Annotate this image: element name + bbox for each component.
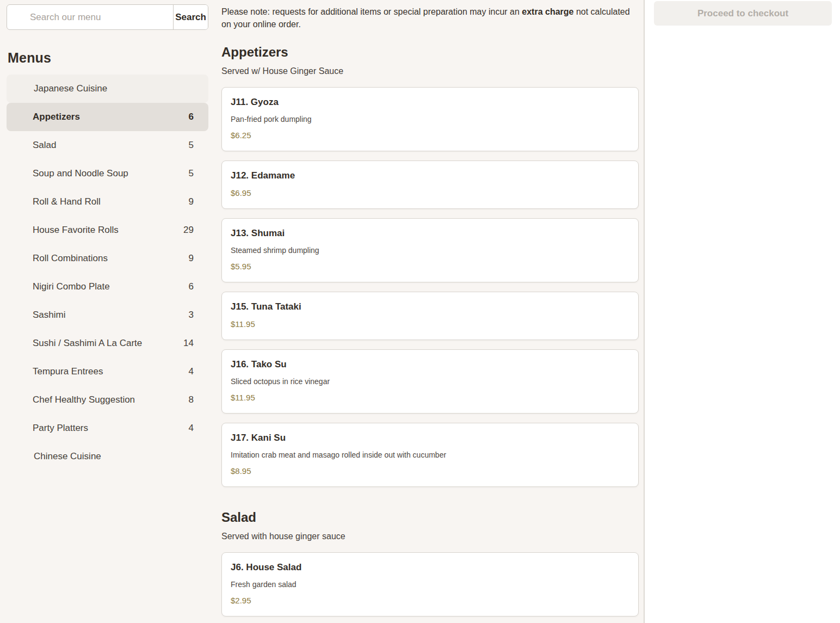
sidebar-item-salad[interactable]: Salad 5 xyxy=(7,131,208,159)
sidebar-item-label: House Favorite Rolls xyxy=(33,225,119,236)
sidebar-item-appetizers[interactable]: Appetizers 6 xyxy=(7,103,208,131)
sidebar-item-sushi-sashimi-a-la-carte[interactable]: Sushi / Sashimi A La Carte 14 xyxy=(7,329,208,357)
item-name: J17. Kani Su xyxy=(231,433,629,443)
extra-charge-note: Please note: requests for additional ite… xyxy=(221,5,636,30)
item-name: J6. House Salad xyxy=(231,562,629,573)
sidebar-item-count: 9 xyxy=(189,253,194,264)
item-name: J11. Gyoza xyxy=(231,97,629,108)
section-title: Salad xyxy=(221,510,639,525)
sidebar-item-label: Soup and Noodle Soup xyxy=(33,168,128,179)
sidebar-item-label: Sashimi xyxy=(33,310,65,320)
sidebar-item-count: 8 xyxy=(189,394,194,405)
sidebar-item-label: Roll & Hand Roll xyxy=(33,196,101,207)
sidebar-item-count: 5 xyxy=(189,140,194,151)
item-card-list: J6. House Salad Fresh garden salad $2.95… xyxy=(221,552,639,623)
sidebar-item-chinese-cuisine[interactable]: Chinese Cuisine xyxy=(7,442,208,471)
sidebar-item-house-favorite-rolls[interactable]: House Favorite Rolls 29 xyxy=(7,216,208,244)
section-subtitle: Served with house ginger sauce xyxy=(221,532,639,541)
sidebar-item-count: 14 xyxy=(183,338,194,349)
item-description: Pan-fried pork dumpling xyxy=(231,115,629,124)
sidebar-item-label: Party Platters xyxy=(33,423,88,434)
item-name: J12. Edamame xyxy=(231,170,629,181)
sidebar-item-soup-and-noodle-soup[interactable]: Soup and Noodle Soup 5 xyxy=(7,159,208,188)
sidebar-item-label: Japanese Cuisine xyxy=(34,83,107,94)
sidebar-item-roll-and-hand-roll[interactable]: Roll & Hand Roll 9 xyxy=(7,188,208,216)
sidebar-item-party-platters[interactable]: Party Platters 4 xyxy=(7,414,208,442)
sidebar-item-count: 4 xyxy=(189,423,194,434)
menu-search-bar: Search xyxy=(7,4,208,30)
menu-item-card-kani-su[interactable]: J17. Kani Su Imitation crab meat and mas… xyxy=(221,423,639,487)
sidebar-item-label: Tempura Entrees xyxy=(33,366,103,377)
sidebar-item-roll-combinations[interactable]: Roll Combinations 9 xyxy=(7,244,208,273)
sidebar-item-chef-healthy-suggestion[interactable]: Chef Healthy Suggestion 8 xyxy=(7,386,208,414)
sidebar-item-count: 5 xyxy=(189,168,194,179)
item-price: $6.95 xyxy=(231,188,629,198)
search-button[interactable]: Search xyxy=(173,5,208,29)
item-name: J15. Tuna Tataki xyxy=(231,301,629,312)
item-price: $2.95 xyxy=(231,596,629,606)
sidebar-item-count: 6 xyxy=(189,112,194,122)
sidebar-item-nigiri-combo-plate[interactable]: Nigiri Combo Plate 6 xyxy=(7,273,208,301)
item-description: Fresh garden salad xyxy=(231,580,629,589)
item-price: $11.95 xyxy=(231,393,629,403)
item-price: $5.95 xyxy=(231,262,629,272)
menu-category-list: Japanese Cuisine Appetizers 6 Salad 5 So… xyxy=(7,75,208,471)
menu-item-card-tuna-tataki[interactable]: J15. Tuna Tataki $11.95 xyxy=(221,292,639,340)
order-summary-panel: Proceed to checkout xyxy=(645,0,840,623)
menu-item-card-shumai[interactable]: J13. Shumai Steamed shrimp dumpling $5.9… xyxy=(221,218,639,282)
note-text-before: Please note: requests for additional ite… xyxy=(221,7,522,16)
menu-item-card-edamame[interactable]: J12. Edamame $6.95 xyxy=(221,161,639,209)
section-salad: Salad Served with house ginger sauce J6.… xyxy=(221,510,639,623)
menu-content: Please note: requests for additional ite… xyxy=(208,0,645,623)
sidebar-item-count: 4 xyxy=(189,366,194,377)
menu-sidebar: Search Menus Japanese Cuisine Appetizers… xyxy=(0,0,208,623)
sidebar-item-count: 29 xyxy=(183,225,194,236)
sidebar-item-japanese-cuisine[interactable]: Japanese Cuisine xyxy=(7,75,208,103)
sidebar-item-label: Nigiri Combo Plate xyxy=(33,281,110,292)
item-price: $6.25 xyxy=(231,131,629,140)
sidebar-item-count: 3 xyxy=(189,310,194,320)
item-description: Imitation crab meat and masago rolled in… xyxy=(231,451,629,459)
menu-item-card-tako-su[interactable]: J16. Tako Su Sliced octopus in rice vine… xyxy=(221,349,639,414)
sidebar-item-label: Sushi / Sashimi A La Carte xyxy=(33,338,142,349)
sidebar-item-sashimi[interactable]: Sashimi 3 xyxy=(7,301,208,329)
sidebar-item-count: 9 xyxy=(189,196,194,207)
sidebar-item-tempura-entrees[interactable]: Tempura Entrees 4 xyxy=(7,357,208,386)
section-subtitle: Served w/ House Ginger Sauce xyxy=(221,66,639,76)
sidebar-item-label: Appetizers xyxy=(33,112,80,122)
menu-item-card-gyoza[interactable]: J11. Gyoza Pan-fried pork dumpling $6.25 xyxy=(221,87,639,151)
item-price: $11.95 xyxy=(231,319,629,329)
sidebar-item-label: Salad xyxy=(33,140,56,151)
sidebar-item-label: Chef Healthy Suggestion xyxy=(33,394,135,405)
item-description: Sliced octopus in rice vinegar xyxy=(231,377,629,386)
menu-item-card-house-salad[interactable]: J6. House Salad Fresh garden salad $2.95 xyxy=(221,552,639,616)
item-name: J13. Shumai xyxy=(231,228,629,239)
item-description: Steamed shrimp dumpling xyxy=(231,246,629,255)
sidebar-item-label: Roll Combinations xyxy=(33,253,108,264)
item-name: J16. Tako Su xyxy=(231,359,629,370)
item-price: $8.95 xyxy=(231,466,629,476)
item-card-list: J11. Gyoza Pan-fried pork dumpling $6.25… xyxy=(221,87,639,487)
search-input[interactable] xyxy=(7,5,173,29)
note-text-bold: extra charge xyxy=(522,7,573,16)
sidebar-item-count: 6 xyxy=(189,281,194,292)
sidebar-item-label: Chinese Cuisine xyxy=(34,451,101,462)
section-title: Appetizers xyxy=(221,45,639,60)
proceed-to-checkout-button[interactable]: Proceed to checkout xyxy=(654,1,832,26)
section-appetizers: Appetizers Served w/ House Ginger Sauce … xyxy=(221,45,639,487)
menus-heading: Menus xyxy=(8,50,208,66)
